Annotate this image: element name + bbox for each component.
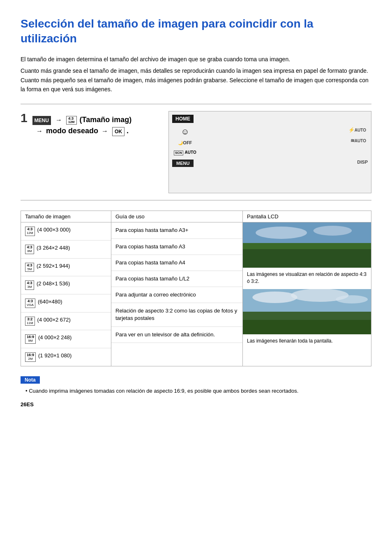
table-body: 4:3 12M (4 000×3 000) 4:3 8M (3 264×2 44… xyxy=(21,222,371,366)
note-text: • Cuando imprima imágenes tomadas con re… xyxy=(21,387,371,395)
guide-row-1: Para copias hasta tamaño A3 xyxy=(111,239,242,255)
camera-menu-btn[interactable]: MENU xyxy=(172,160,194,167)
camera-body: ☺ 🌙OFF SCN AUTO ⚡AUTO ≋AUTO xyxy=(172,127,368,155)
ok-tag: OK xyxy=(112,127,125,136)
size-text-5: (4 000×2 672) xyxy=(37,317,71,323)
sizes-column: 4:3 12M (4 000×3 000) 4:3 8M (3 264×2 44… xyxy=(21,222,111,366)
guide-row-3: Para copias hasta tamaño L/L2 xyxy=(111,271,242,287)
camera-home-label: HOME xyxy=(172,115,194,123)
col-header-lcd: Pantalla LCD xyxy=(243,211,371,222)
svg-point-6 xyxy=(252,292,297,303)
note-badge: Nota xyxy=(21,376,40,384)
badge-16-9-9m: 16:9 9M xyxy=(25,334,36,344)
step-text-part2: modo deseado xyxy=(46,127,100,135)
lcd-caption-top: Las imágenes se visualizan en relación d… xyxy=(243,268,371,289)
image-size-tag: 4:3 12M xyxy=(66,116,77,125)
guide-row-5: Relación de aspecto 3:2 como las copias … xyxy=(111,303,242,326)
step-text-part1: (Tamaño imag) xyxy=(80,116,132,124)
camera-ui-panel: HOME ☺ 🌙OFF SCN AUTO ⚡AUTO ≋ xyxy=(168,111,371,193)
guide-row-4: Para adjuntar a correo electrónico xyxy=(111,287,242,303)
step-text-part3: . xyxy=(127,127,129,135)
note-section: Nota • Cuando imprima imágenes tomadas c… xyxy=(21,376,371,395)
lcd-image-bottom xyxy=(243,289,371,334)
size-text-4: (640×480) xyxy=(38,299,62,305)
coff-icon: 🌙OFF xyxy=(178,140,192,146)
badge-4-3-3m: 4:3 3M xyxy=(25,280,34,290)
size-row-3: 4:3 3M (2 048×1 536) xyxy=(21,276,111,294)
svg-rect-10 xyxy=(243,320,371,334)
scene-icon: SCN AUTO xyxy=(174,149,196,155)
size-text-3: (2 048×1 536) xyxy=(37,280,70,287)
menu-tag: MENU xyxy=(32,116,51,125)
step-section: 1 MENU → 4:3 12M (Tamaño imag) → modo de… xyxy=(21,104,371,201)
size-text-2: (2 592×1 944) xyxy=(37,263,70,269)
badge-4-3-5m: 4:3 5M xyxy=(25,263,34,272)
size-row-5: 3:2 11M (4 000×2 672) xyxy=(21,313,111,331)
size-row-1: 4:3 8M (3 264×2 448) xyxy=(21,241,111,259)
col-header-size: Tamaño de imagen xyxy=(21,211,111,222)
size-text-1: (3 264×2 448) xyxy=(37,245,70,251)
step-number: 1 xyxy=(21,111,28,125)
camera-bottom-buttons: MENU DISP xyxy=(172,160,368,167)
svg-point-3 xyxy=(314,226,352,236)
lightning-auto-btn: ⚡AUTO xyxy=(348,127,366,133)
badge-4-3-12m: 4:3 12M xyxy=(25,227,35,236)
guide-row-2: Para copias hasta tamaño A4 xyxy=(111,255,242,271)
size-row-2: 4:3 5M (2 592×1 944) xyxy=(21,259,111,277)
step-text: MENU → 4:3 12M (Tamaño imag) → modo dese… xyxy=(21,116,131,135)
guide-row-0: Para copias hasta tamaño A3+ xyxy=(111,222,242,238)
wind-auto-btn: ≋AUTO xyxy=(350,138,366,144)
badge-16-9-2m: 16:9 2M xyxy=(25,352,36,362)
intro-paragraph-2: Cuanto más grande sea el tamaño de image… xyxy=(21,66,371,94)
svg-point-8 xyxy=(336,295,368,303)
size-row-6: 16:9 9M (4 000×2 248) xyxy=(21,330,111,348)
size-row-0: 4:3 12M (4 000×3 000) xyxy=(21,222,111,241)
image-size-table: Tamaño de imagen Guía de uso Pantalla LC… xyxy=(21,211,371,366)
svg-point-2 xyxy=(256,227,307,239)
guide-row-6: Para ver en un televisor de alta definic… xyxy=(111,327,242,343)
step-instruction-area: 1 MENU → 4:3 12M (Tamaño imag) → modo de… xyxy=(21,111,160,137)
intro-paragraph-1: El tamaño de imagen determina el tamaño … xyxy=(21,55,371,64)
svg-rect-4 xyxy=(243,249,371,268)
camera-right-buttons: ⚡AUTO ≋AUTO xyxy=(348,127,366,155)
badge-3-2-11m: 3:2 11M xyxy=(25,317,35,326)
size-row-7: 16:9 2M (1 920×1 080) xyxy=(21,348,111,366)
col-header-guide: Guía de uso xyxy=(111,211,243,222)
lcd-column: Las imágenes se visualizan en relación d… xyxy=(243,222,371,366)
table-header: Tamaño de imagen Guía de uso Pantalla LC… xyxy=(21,211,371,222)
page-title: Selección del tamaño de imagen para coin… xyxy=(21,16,371,46)
guide-column: Para copias hasta tamaño A3+ Para copias… xyxy=(111,222,243,366)
camera-disp-btn[interactable]: DISP xyxy=(357,160,368,167)
lcd-image-top xyxy=(243,222,371,268)
badge-4-3-vga: 4:3 VGA xyxy=(25,299,35,308)
size-text-0: (4 000×3 000) xyxy=(37,227,71,233)
smile-icon: ☺ xyxy=(181,127,189,137)
size-text-6: (4 000×2 248) xyxy=(38,334,71,340)
badge-4-3-8m: 4:3 8M xyxy=(25,245,34,254)
camera-center-icons: ☺ 🌙OFF SCN AUTO xyxy=(174,127,196,155)
guide-row-7 xyxy=(111,343,242,351)
lcd-caption-bottom: Las imágenes llenarán toda la pantalla. xyxy=(243,334,371,349)
size-row-4: 4:3 VGA (640×480) xyxy=(21,294,111,313)
page-number: 26ES xyxy=(21,401,371,408)
size-text-7: (1 920×1 080) xyxy=(38,352,71,359)
